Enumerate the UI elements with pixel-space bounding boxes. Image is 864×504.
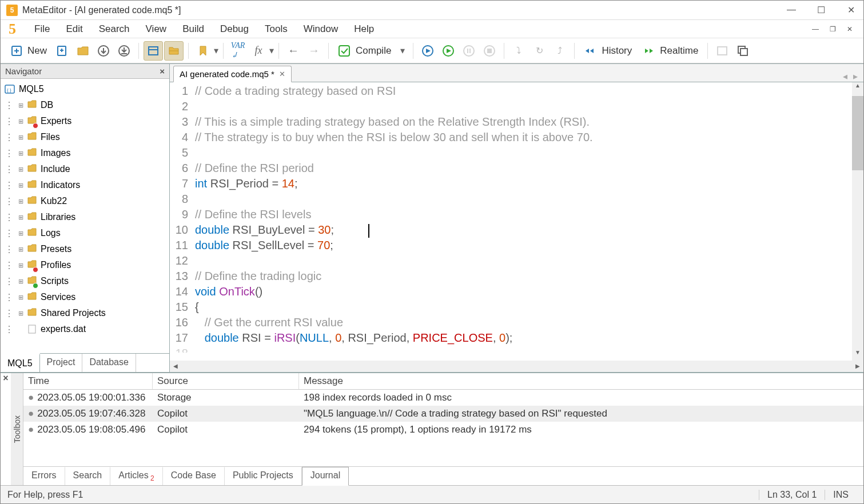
- status-position: Ln 33, Col 1: [759, 490, 825, 500]
- new-file-icon: [56, 45, 69, 57]
- run-button[interactable]: [439, 41, 458, 61]
- hscroll-right-button[interactable]: ▶: [852, 361, 863, 372]
- window-split-button[interactable]: [712, 41, 732, 61]
- col-header-source[interactable]: Source: [153, 373, 299, 389]
- compile-button[interactable]: Compile: [333, 41, 396, 61]
- nav-tab-database[interactable]: Database: [82, 354, 136, 372]
- tree-file[interactable]: ⋮ experts.dat: [2, 321, 168, 337]
- nav-forward-button[interactable]: →: [304, 41, 324, 61]
- toolbox-tab-journal[interactable]: Journal: [302, 467, 349, 486]
- mdi-restore-button[interactable]: ❐: [827, 25, 838, 33]
- hscroll-left-button[interactable]: ◀: [170, 361, 181, 372]
- scroll-up-button[interactable]: ▲: [852, 82, 863, 94]
- toolbox-rows[interactable]: ●2023.05.05 19:00:01.336Storage198 index…: [23, 390, 863, 466]
- tree-item-include[interactable]: ⋮⊞Include: [2, 161, 168, 177]
- download-all-button[interactable]: [114, 41, 134, 61]
- editor-tab[interactable]: AI generated code.mq5 * ✕: [173, 66, 292, 82]
- stop-button[interactable]: [480, 41, 499, 61]
- bookmark-dropdown[interactable]: ▾: [214, 45, 218, 56]
- history-button[interactable]: History: [579, 41, 636, 61]
- maximize-button[interactable]: ☐: [814, 5, 828, 15]
- debug-start-button[interactable]: [418, 41, 437, 61]
- tree-item-indicators[interactable]: ⋮⊞Indicators: [2, 177, 168, 193]
- new-file-button[interactable]: [53, 41, 72, 61]
- pause-button[interactable]: [459, 41, 479, 61]
- tree-item-services[interactable]: ⋮⊞Services: [2, 289, 168, 305]
- step-over-button[interactable]: ↻: [529, 41, 549, 61]
- windows-button[interactable]: [733, 41, 752, 61]
- menu-debug[interactable]: Debug: [212, 21, 257, 38]
- bookmark-button[interactable]: [193, 41, 213, 61]
- tree-item-files[interactable]: ⋮⊞Files: [2, 129, 168, 145]
- col-header-time[interactable]: Time: [23, 373, 153, 389]
- tree-item-db[interactable]: ⋮⊞DB: [2, 97, 168, 113]
- tree-item-profiles[interactable]: ⋮⊞Profiles: [2, 257, 168, 273]
- tree-item-label: Libraries: [41, 212, 75, 222]
- menu-help[interactable]: Help: [346, 21, 382, 38]
- navigator-tree[interactable]: { } MQL5 ⋮⊞DB⋮⊞Experts⋮⊞Files⋮⊞Images⋮⊞I…: [1, 79, 169, 353]
- toolbox-row[interactable]: ●2023.05.05 19:08:05.496Copilot294 token…: [23, 422, 863, 438]
- tree-item-presets[interactable]: ⋮⊞Presets: [2, 241, 168, 257]
- open-button[interactable]: [73, 41, 93, 61]
- col-header-message[interactable]: Message: [299, 373, 863, 389]
- toolbox-row[interactable]: ●2023.05.05 19:07:46.328Copilot"MQL5 lan…: [23, 406, 863, 422]
- close-button[interactable]: ✕: [844, 5, 858, 15]
- horizontal-scrollbar[interactable]: ◀ ▶: [170, 361, 863, 372]
- step-into-button[interactable]: ⤵: [509, 41, 528, 61]
- download-button[interactable]: [94, 41, 113, 61]
- step-out-button[interactable]: ⤴: [550, 41, 570, 61]
- toolbox-tab-code-base[interactable]: Code Base: [163, 467, 225, 485]
- menu-tools[interactable]: Tools: [257, 21, 296, 38]
- compile-label: Compile: [356, 45, 391, 57]
- var-button[interactable]: VAR↲: [228, 41, 248, 61]
- realtime-button[interactable]: Realtime: [638, 41, 703, 61]
- toolbox-body: Time Source Message ●2023.05.05 19:00:01…: [23, 373, 863, 485]
- new-button[interactable]: New: [6, 41, 51, 61]
- tree-item-label: Shared Projects: [41, 308, 106, 318]
- menu-search[interactable]: Search: [91, 21, 138, 38]
- fx-button[interactable]: fx: [249, 41, 268, 61]
- menu-view[interactable]: View: [138, 21, 175, 38]
- tree-item-scripts[interactable]: ⋮⊞Scripts: [2, 273, 168, 289]
- menu-window[interactable]: Window: [296, 21, 346, 38]
- toolbox-tab-articles[interactable]: Articles 2: [110, 467, 162, 485]
- tree-item-logs[interactable]: ⋮⊞Logs: [2, 225, 168, 241]
- tree-item-images[interactable]: ⋮⊞Images: [2, 145, 168, 161]
- minimize-button[interactable]: —: [785, 5, 798, 15]
- view-split-button[interactable]: [144, 41, 163, 61]
- menu-edit[interactable]: Edit: [58, 21, 90, 38]
- toolbox-row[interactable]: ●2023.05.05 19:00:01.336Storage198 index…: [23, 390, 863, 406]
- tab-prev-button[interactable]: ◂: [843, 71, 847, 82]
- nav-tab-mql5[interactable]: MQL5: [1, 353, 40, 372]
- folder-icon: [27, 291, 37, 303]
- menu-file[interactable]: File: [26, 21, 58, 38]
- tab-next-button[interactable]: ▸: [853, 71, 858, 82]
- compile-dropdown[interactable]: ▾: [397, 45, 408, 56]
- plus-icon: [11, 45, 22, 57]
- editor-tab-close-button[interactable]: ✕: [279, 70, 285, 78]
- tree-root[interactable]: { } MQL5: [2, 81, 168, 97]
- toolbox-tab-search[interactable]: Search: [65, 467, 111, 485]
- code-content[interactable]: // Code a trading strategy based on RSI …: [193, 82, 852, 361]
- tree-item-libraries[interactable]: ⋮⊞Libraries: [2, 209, 168, 225]
- tree-item-shared-projects[interactable]: ⋮⊞Shared Projects: [2, 305, 168, 321]
- vertical-scrollbar[interactable]: ▲ ▼: [852, 82, 863, 361]
- navigator-close-button[interactable]: ×: [160, 66, 165, 76]
- toolbox-tab-errors[interactable]: Errors: [23, 467, 65, 485]
- scroll-down-button[interactable]: ▼: [852, 349, 863, 361]
- mdi-close-button[interactable]: ✕: [844, 25, 855, 33]
- fx-dropdown[interactable]: ▾: [269, 45, 274, 56]
- tree-item-experts[interactable]: ⋮⊞Experts: [2, 113, 168, 129]
- tree-item-kub22[interactable]: ⋮⊞Kub22: [2, 193, 168, 209]
- folder-open-icon: [77, 45, 89, 57]
- scroll-thumb[interactable]: [852, 96, 863, 170]
- nav-tab-project[interactable]: Project: [40, 354, 83, 372]
- nav-back-button[interactable]: ←: [284, 41, 303, 61]
- line-gutter: 123456789101112131415161718: [170, 82, 193, 361]
- menu-build[interactable]: Build: [174, 21, 212, 38]
- toolbox-tab-public-projects[interactable]: Public Projects: [225, 467, 302, 485]
- mdi-minimize-button[interactable]: —: [810, 25, 821, 33]
- view-folders-button[interactable]: [164, 41, 184, 61]
- code-editor[interactable]: 123456789101112131415161718 // Code a tr…: [170, 82, 863, 361]
- toolbox-close-button[interactable]: ×: [1, 373, 11, 383]
